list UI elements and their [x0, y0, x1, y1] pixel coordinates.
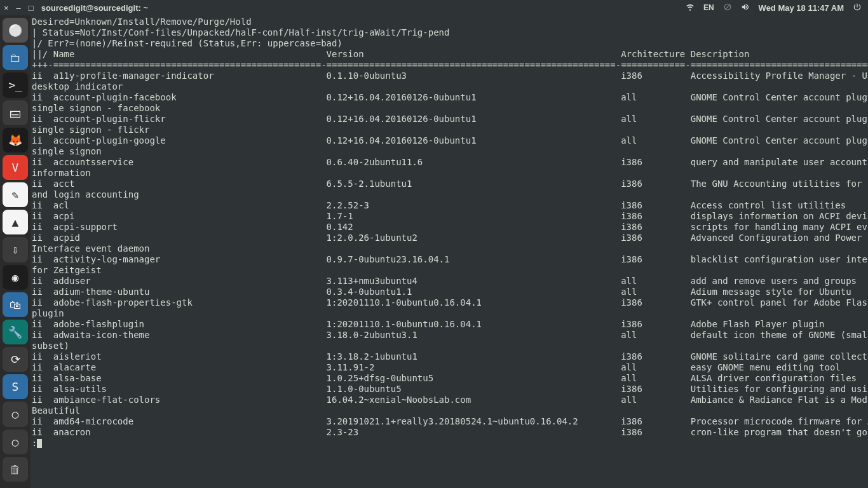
terminal-line: ii alacarte 3.11.91-2 all easy GNOME men… — [32, 362, 867, 373]
wifi-icon[interactable] — [686, 3, 695, 13]
launcher: ⚪🗀>_🖴🦊V✎▲⇩◉🛍🔧⟳S○○🗑 — [0, 15, 31, 488]
terminal-output[interactable]: Desired=Unknown/Install/Remove/Purge/Hol… — [31, 15, 868, 488]
launcher-terminal[interactable]: >_ — [3, 72, 28, 97]
launcher-obs[interactable]: ◉ — [3, 265, 28, 290]
terminal-line: ii aisleriot 1:3.18.2-1ubuntu1 i386 GNOM… — [32, 351, 867, 362]
terminal-line: ii adobe-flashplugin 1:20201110.1-0ubunt… — [32, 319, 867, 330]
terminal-line: +++-====================================… — [32, 60, 867, 71]
system-tray: EN Wed May 18 11:47 AM — [686, 3, 868, 13]
launcher-vlc[interactable]: ▲ — [3, 210, 28, 234]
terminal-line: ii acpid 1:2.0.26-1ubuntu2 i386 Advanced… — [32, 233, 867, 243]
launcher-disk2[interactable]: ○ — [3, 430, 28, 454]
terminal-line: information — [32, 168, 867, 179]
cursor — [37, 439, 42, 448]
launcher-staging[interactable]: S — [3, 374, 28, 399]
launcher-sync[interactable]: ⟳ — [3, 347, 28, 372]
window-minimize-button[interactable]: – — [17, 3, 21, 13]
notifications-icon[interactable] — [723, 3, 732, 13]
launcher-trash[interactable]: 🗑 — [3, 457, 28, 482]
keyboard-language[interactable]: EN — [703, 3, 714, 12]
terminal-line: desktop indicator — [32, 81, 867, 92]
terminal-line: ii ambiance-flat-colors 16.04.2~xenial~N… — [32, 395, 867, 405]
top-panel: × – □ sourcedigit@sourcedigit: ~ EN Wed … — [0, 0, 868, 15]
window-controls: × – □ — [0, 3, 34, 13]
terminal-line: ii amd64-microcode 3.20191021.1+really3.… — [32, 416, 867, 427]
terminal-line: ii activity-log-manager 0.9.7-0ubuntu23.… — [32, 254, 867, 265]
terminal-line: ii anacron 2.3-23 i386 cron-like program… — [32, 427, 867, 438]
terminal-line: ii adium-theme-ubuntu 0.3.4-0ubuntu1.1 a… — [32, 287, 867, 297]
launcher-firefox[interactable]: 🦊 — [3, 128, 28, 152]
terminal-line: ii account-plugin-facebook 0.12+16.04.20… — [32, 92, 867, 103]
terminal-line: ii adduser 3.113+nmu3ubuntu4 all add and… — [32, 276, 867, 287]
window-close-button[interactable]: × — [4, 3, 9, 13]
launcher-text-editor[interactable]: ✎ — [3, 182, 28, 207]
terminal-line: ii alsa-base 1.0.25+dfsg-0ubuntu5 all AL… — [32, 373, 867, 384]
terminal-line: for Zeitgeist — [32, 265, 867, 276]
launcher-archive[interactable]: ⇩ — [3, 237, 28, 262]
launcher-software[interactable]: 🛍 — [3, 292, 28, 317]
terminal-prompt[interactable]: : — [32, 438, 867, 449]
terminal-line: ii acct 6.5.5-2.1ubuntu1 i386 The GNU Ac… — [32, 179, 867, 189]
terminal-line: ii acl 2.2.52-3 i386 Access control list… — [32, 200, 867, 211]
terminal-line: ||/ Name Version Architecture Descriptio… — [32, 49, 867, 60]
launcher-wrench[interactable]: 🔧 — [3, 320, 28, 344]
clock[interactable]: Wed May 18 11:47 AM — [759, 3, 844, 13]
terminal-line: subset) — [32, 341, 867, 351]
terminal-line: ii acpi 1.7-1 i386 displays information … — [32, 211, 867, 222]
terminal-line: ii account-plugin-flickr 0.12+16.04.2016… — [32, 114, 867, 125]
terminal-line: plugin — [32, 308, 867, 319]
terminal-line: single signon - flickr — [32, 125, 867, 135]
terminal-line: |/ Err?=(none)/Reinst-required (Status,E… — [32, 38, 867, 49]
terminal-line: ii a11y-profile-manager-indicator 0.1.10… — [32, 71, 867, 81]
terminal-line: ii adobe-flash-properties-gtk 1:20201110… — [32, 297, 867, 308]
window-maximize-button[interactable]: □ — [29, 3, 34, 13]
power-icon[interactable] — [853, 3, 862, 13]
window-title: sourcedigit@sourcedigit: ~ — [41, 3, 148, 13]
terminal-line: single signon - facebook — [32, 103, 867, 114]
launcher-show-apps[interactable]: ⚪ — [3, 18, 28, 43]
launcher-drive[interactable]: 🖴 — [3, 100, 28, 125]
launcher-vivaldi[interactable]: V — [3, 155, 28, 180]
svg-line-1 — [725, 4, 730, 9]
terminal-line: ii account-plugin-google 0.12+16.04.2016… — [32, 135, 867, 146]
terminal-line: ii alsa-utils 1.1.0-0ubuntu5 i386 Utilit… — [32, 384, 867, 395]
terminal-line: Interface event daemon — [32, 243, 867, 254]
terminal-line: single signon — [32, 146, 867, 157]
terminal-line: Beautiful — [32, 405, 867, 416]
terminal-line: ii acpi-support 0.142 i386 scripts for h… — [32, 222, 867, 233]
launcher-disk1[interactable]: ○ — [3, 402, 28, 426]
terminal-line: | Status=Not/Inst/Conf-files/Unpacked/ha… — [32, 27, 867, 38]
volume-icon[interactable] — [741, 3, 750, 13]
terminal-line: and login accounting — [32, 189, 867, 200]
terminal-line: ii accountsservice 0.6.40-2ubuntu11.6 i3… — [32, 157, 867, 168]
terminal-line: ii adwaita-icon-theme 3.18.0-2ubuntu3.1 … — [32, 330, 867, 341]
terminal-line: Desired=Unknown/Install/Remove/Purge/Hol… — [32, 17, 867, 27]
launcher-files[interactable]: 🗀 — [3, 45, 28, 70]
